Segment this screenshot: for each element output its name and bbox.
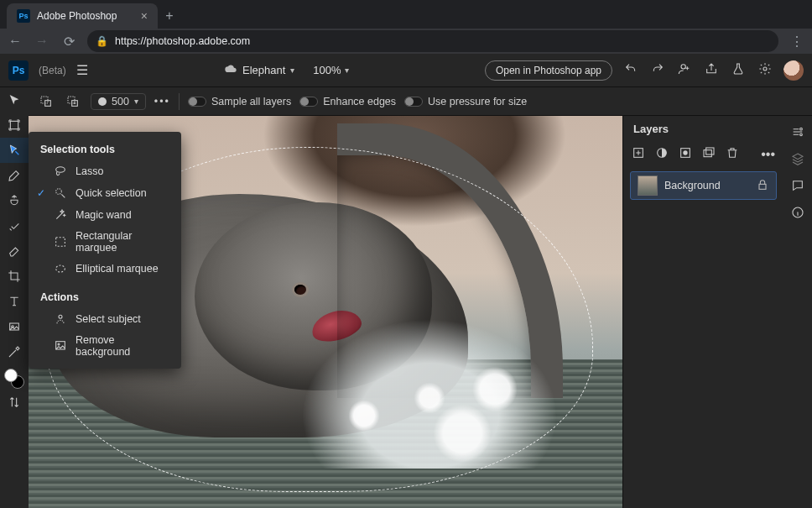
trash-icon[interactable] xyxy=(726,146,739,163)
open-in-app-button[interactable]: Open in Photoshop app xyxy=(485,60,612,81)
share-icon[interactable] xyxy=(703,62,720,78)
flyout-label: Remove background xyxy=(75,334,169,358)
app-header: Ps (Beta) ☰ Elephant ▾ 100% ▾ Open in Ph… xyxy=(0,54,812,87)
eyedropper-tool[interactable] xyxy=(0,339,29,364)
svg-point-0 xyxy=(681,65,685,69)
lock-icon: 🔒 xyxy=(96,35,108,47)
more-options-icon[interactable]: ••• xyxy=(154,96,170,107)
zoom-value: 100% xyxy=(313,64,341,76)
flyout-select-subject[interactable]: Select subject xyxy=(29,308,181,330)
arrange-tool[interactable] xyxy=(0,390,29,415)
svg-rect-14 xyxy=(706,148,714,154)
move-tool[interactable] xyxy=(0,87,29,113)
chevron-down-icon: ▾ xyxy=(290,65,294,75)
back-icon[interactable]: ← xyxy=(7,34,23,49)
reload-icon[interactable]: ⟳ xyxy=(60,34,77,50)
svg-rect-2 xyxy=(10,121,18,128)
flyout-label: Rectangular marquee xyxy=(75,230,169,254)
brush-dot-icon xyxy=(98,97,107,106)
add-layer-icon[interactable] xyxy=(632,146,645,163)
svg-point-20 xyxy=(56,189,62,195)
svg-point-1 xyxy=(763,67,767,71)
new-tab-button[interactable]: + xyxy=(158,3,181,29)
ps-favicon: Ps xyxy=(17,9,30,23)
browser-tab[interactable]: Ps Adobe Photoshop × xyxy=(7,3,158,29)
color-swatches[interactable] xyxy=(0,364,29,390)
layer-thumbnail xyxy=(638,175,658,196)
lasso-icon xyxy=(54,165,67,178)
magic-wand-icon xyxy=(54,208,67,222)
browser-toolbar: ← → ⟳ 🔒 https://photoshop.adobe.com ⋮ xyxy=(0,29,812,54)
toggle-icon xyxy=(299,97,318,107)
properties-icon[interactable] xyxy=(789,121,807,143)
toggle-icon xyxy=(404,97,423,107)
redo-icon[interactable] xyxy=(649,62,666,78)
crop-tool[interactable] xyxy=(0,264,29,289)
sample-all-layers-toggle[interactable]: Sample all layers xyxy=(188,96,291,107)
enhance-edges-label: Enhance edges xyxy=(323,96,396,107)
transform-tool[interactable] xyxy=(0,113,29,138)
healing-tool[interactable] xyxy=(0,213,29,238)
doc-title[interactable]: Elephant ▾ xyxy=(224,62,294,78)
flyout-quick-selection[interactable]: ✓ Quick selection xyxy=(29,182,181,204)
layers-icon[interactable] xyxy=(789,148,807,170)
flyout-label: Magic wand xyxy=(75,209,132,221)
svg-point-19 xyxy=(56,167,65,173)
close-tab-icon[interactable]: × xyxy=(141,9,148,23)
browser-menu-icon[interactable]: ⋮ xyxy=(789,34,805,50)
undo-icon[interactable] xyxy=(622,62,639,78)
selection-tool[interactable] xyxy=(0,138,29,163)
flyout-label: Lasso xyxy=(75,165,103,177)
select-subject-icon xyxy=(54,312,67,326)
cloud-icon xyxy=(224,62,237,78)
gear-icon[interactable] xyxy=(757,62,773,78)
subtract-selection-icon[interactable] xyxy=(64,92,82,111)
flyout-ellipse-marquee[interactable]: Elliptical marquee xyxy=(29,258,181,280)
beta-label: (Beta) xyxy=(39,65,66,76)
right-rail xyxy=(783,116,812,508)
pressure-toggle[interactable]: Use pressure for size xyxy=(404,96,527,107)
ps-logo[interactable]: Ps xyxy=(8,60,29,81)
zoom-control[interactable]: 100% ▾ xyxy=(313,64,348,76)
remove-bg-icon xyxy=(54,339,67,353)
flyout-remove-background[interactable]: Remove background xyxy=(29,330,181,362)
group-icon[interactable] xyxy=(702,146,716,163)
url-box[interactable]: 🔒 https://photoshop.adobe.com xyxy=(87,30,778,52)
layer-row[interactable]: Background xyxy=(630,171,777,200)
tab-title: Adobe Photoshop xyxy=(37,10,117,22)
info-icon[interactable] xyxy=(789,202,807,223)
ellipse-marquee-icon xyxy=(54,262,67,275)
adjustment-layer-icon[interactable] xyxy=(655,146,669,163)
svg-point-17 xyxy=(800,134,803,136)
eraser-tool[interactable] xyxy=(0,238,29,264)
forward-icon[interactable]: → xyxy=(34,34,50,49)
more-layers-icon[interactable]: ••• xyxy=(761,147,775,162)
chevron-down-icon: ▾ xyxy=(345,65,349,75)
invite-icon[interactable] xyxy=(676,62,693,78)
brush-tool[interactable] xyxy=(0,163,29,188)
lock-icon[interactable] xyxy=(756,178,769,193)
add-selection-icon[interactable] xyxy=(37,92,55,111)
layers-toolbar: ••• xyxy=(623,141,783,168)
doc-name: Elephant xyxy=(242,64,285,76)
flyout-rect-marquee[interactable]: Rectangular marquee xyxy=(29,226,181,258)
flyout-section-actions: Actions xyxy=(29,286,181,308)
clone-tool[interactable] xyxy=(0,188,29,213)
comments-icon[interactable] xyxy=(789,175,807,196)
brush-size-control[interactable]: 500 ▾ xyxy=(91,93,146,110)
flyout-section-tools: Selection tools xyxy=(29,139,181,160)
flyout-magic-wand[interactable]: Magic wand xyxy=(29,204,181,226)
enhance-edges-toggle[interactable]: Enhance edges xyxy=(299,96,396,107)
flyout-lasso[interactable]: Lasso xyxy=(29,160,181,182)
hamburger-icon[interactable]: ☰ xyxy=(76,62,88,78)
avatar[interactable] xyxy=(783,60,804,81)
type-tool[interactable] xyxy=(0,289,29,314)
svg-point-22 xyxy=(56,265,65,272)
beaker-icon[interactable] xyxy=(730,62,747,78)
selection-tools-flyout: Selection tools Lasso ✓ Quick selection … xyxy=(29,132,181,369)
svg-rect-7 xyxy=(68,97,75,103)
url-text: https://photoshop.adobe.com xyxy=(115,35,250,47)
image-adjust-tool[interactable] xyxy=(0,314,29,339)
divider xyxy=(179,93,180,110)
mask-icon[interactable] xyxy=(679,146,692,163)
